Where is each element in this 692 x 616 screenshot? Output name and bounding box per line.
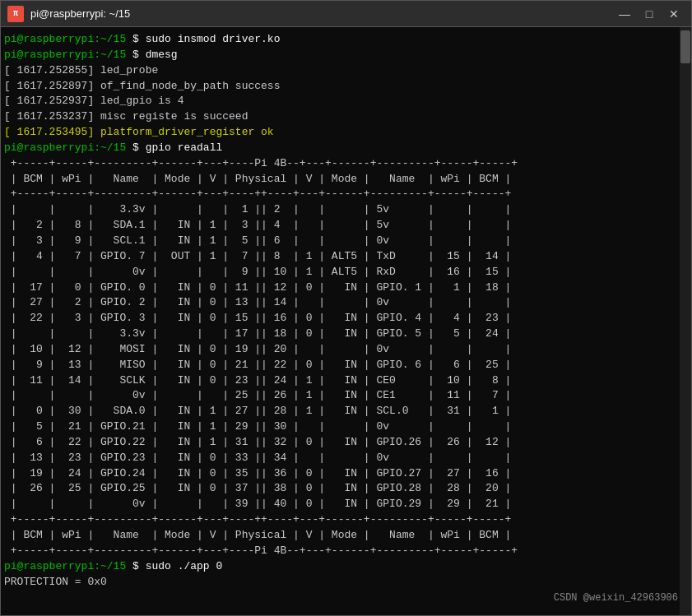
- terminal-line: +-----+-----+---------+------+---+----++…: [4, 512, 688, 528]
- minimize-button[interactable]: —: [614, 5, 635, 23]
- terminal-line: | 3 | 9 | SCL.1 | IN | 1 | 5 || 6 | | | …: [4, 234, 688, 249]
- maximize-button[interactable]: □: [639, 5, 660, 23]
- command-text: $ sudo ./app 0: [126, 560, 222, 572]
- window-controls: — □ ✕: [614, 5, 685, 23]
- terminal-line: | 10 | 12 | MOSI | IN | 0 | 19 || 20 | |…: [4, 342, 688, 358]
- terminal-line: | 13 | 23 | GPIO.23 | IN | 0 | 33 || 34 …: [4, 451, 688, 466]
- terminal-line: | 9 | 13 | MISO | IN | 0 | 21 || 22 | 0 …: [4, 358, 688, 373]
- terminal-line: +-----+-----+---------+------+---+----++…: [4, 187, 688, 202]
- terminal-line: [ 1617.253237] misc registe is succeed: [4, 109, 688, 125]
- terminal-line: pi@raspberrypi:~/15 $ sudo insmod driver…: [4, 32, 688, 48]
- terminal-line: [ 1617.252937] led_gpio is 4: [4, 94, 688, 109]
- terminal-line: [ 1617.253495] platform_driver_register …: [4, 125, 688, 141]
- terminal-line: | 6 | 22 | GPIO.22 | IN | 1 | 31 || 32 |…: [4, 435, 688, 451]
- terminal-line: | BCM | wPi | Name | Mode | V | Physical…: [4, 528, 688, 544]
- terminal-line: pi@raspberrypi:~/15 $ sudo ./app 0: [4, 559, 688, 575]
- terminal-line: | 27 | 2 | GPIO. 2 | IN | 0 | 13 || 14 |…: [4, 295, 688, 311]
- terminal-line: | 11 | 14 | SCLK | IN | 0 | 23 || 24 | 1…: [4, 373, 688, 389]
- prompt-text: pi@raspberrypi:~/15: [4, 33, 126, 45]
- scrollbar-thumb[interactable]: [680, 30, 690, 63]
- terminal-line: +-----+-----+---------+------+---+----Pi…: [4, 156, 688, 172]
- prompt-text: pi@raspberrypi:~/15: [4, 560, 126, 572]
- close-button[interactable]: ✕: [663, 5, 685, 23]
- terminal-line: [ 1617.252897] of_find_node_by_path succ…: [4, 79, 688, 95]
- titlebar: π pi@raspberrypi: ~/15 — □ ✕: [1, 1, 691, 27]
- terminal-line: | | | 3.3v | | | 17 || 18 | 0 | IN | GPI…: [4, 327, 688, 342]
- command-text: $ dmesg: [126, 49, 177, 61]
- command-text: $ sudo insmod driver.ko: [126, 33, 280, 45]
- prompt-text: pi@raspberrypi:~/15: [4, 141, 126, 154]
- icon-text: π: [13, 9, 18, 18]
- terminal-window: π pi@raspberrypi: ~/15 — □ ✕ pi@raspberr…: [0, 0, 692, 616]
- terminal-line: | 19 | 24 | GPIO.24 | IN | 0 | 35 || 36 …: [4, 466, 688, 482]
- app-icon: π: [7, 6, 24, 22]
- terminal-line: | 0 | 30 | SDA.0 | IN | 1 | 27 || 28 | 1…: [4, 404, 688, 419]
- terminal-line: | 26 | 25 | GPIO.25 | IN | 0 | 37 || 38 …: [4, 481, 688, 497]
- terminal-line: | | | 3.3v | | | 1 || 2 | | | 5v | | |: [4, 202, 688, 218]
- terminal-output: pi@raspberrypi:~/15 $ sudo insmod driver…: [1, 30, 691, 591]
- terminal-line: | | | 0v | | | 25 || 26 | 1 | IN | CE1 |…: [4, 388, 688, 404]
- scrollbar[interactable]: [680, 27, 691, 615]
- command-text: $ gpio readall: [126, 141, 222, 154]
- terminal-line: | | | 0v | | | 39 || 40 | 0 | IN | GPIO.…: [4, 497, 688, 512]
- terminal-line: | BCM | wPi | Name | Mode | V | Physical…: [4, 172, 688, 188]
- terminal-line: pi@raspberrypi:~/15 $ gpio readall: [4, 141, 688, 156]
- terminal-line: [ 1617.252855] led_probe: [4, 63, 688, 79]
- terminal-line: | 4 | 7 | GPIO. 7 | OUT | 1 | 7 || 8 | 1…: [4, 249, 688, 265]
- terminal-line: | 22 | 3 | GPIO. 3 | IN | 0 | 15 || 16 |…: [4, 311, 688, 327]
- terminal-line: | | | 0v | | | 9 || 10 | 1 | ALT5 | RxD …: [4, 265, 688, 280]
- watermark: CSDN @weixin_42963906: [554, 592, 678, 604]
- terminal-line: +-----+-----+---------+------+---+----Pi…: [4, 544, 688, 559]
- prompt-text: pi@raspberrypi:~/15: [4, 49, 126, 61]
- window-title: pi@raspberrypi: ~/15: [30, 7, 614, 20]
- terminal-line: PROTECTION = 0x0: [4, 575, 688, 591]
- terminal-area: pi@raspberrypi:~/15 $ sudo insmod driver…: [1, 27, 691, 615]
- terminal-line: pi@raspberrypi:~/15 $ dmesg: [4, 48, 688, 63]
- terminal-line: | 5 | 21 | GPIO.21 | IN | 1 | 29 || 30 |…: [4, 419, 688, 435]
- terminal-line: | 2 | 8 | SDA.1 | IN | 1 | 3 || 4 | | | …: [4, 218, 688, 234]
- terminal-line: | 17 | 0 | GPIO. 0 | IN | 0 | 11 || 12 |…: [4, 280, 688, 296]
